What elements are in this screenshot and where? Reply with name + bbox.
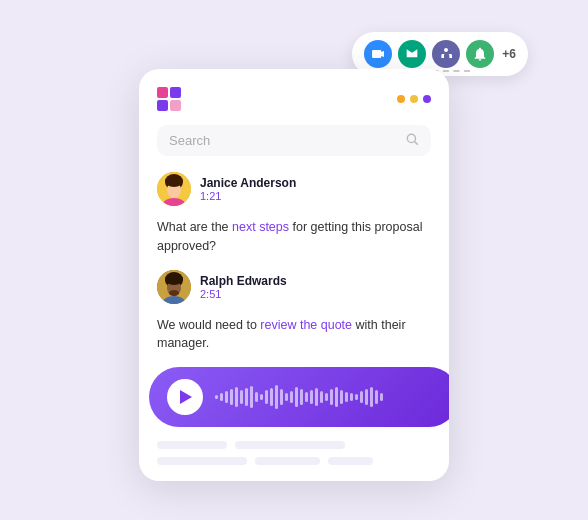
dot-3: [423, 95, 431, 103]
card-inner: Search: [139, 69, 449, 353]
waveform-bar: [315, 388, 318, 406]
waveform-bar: [335, 387, 338, 407]
waveform-bar: [290, 391, 293, 403]
audio-player[interactable]: [149, 367, 449, 427]
waveform-bar: [325, 393, 328, 401]
waveform: [215, 383, 441, 411]
waveform-bar: [275, 385, 278, 409]
waveform-bar: [380, 393, 383, 401]
waveform-bar: [365, 389, 368, 405]
dot-2: [410, 95, 418, 103]
svg-point-11: [169, 290, 179, 296]
waveform-bar: [360, 391, 363, 403]
main-card: Search: [139, 69, 449, 481]
message-2-header: Ralph Edwards 2:51: [157, 270, 431, 304]
svg-point-10: [165, 273, 183, 285]
sender-name-janice: Janice Anderson: [200, 176, 296, 190]
waveform-bar: [250, 386, 253, 408]
waveform-bar: [300, 389, 303, 405]
waveform-bar: [230, 389, 233, 405]
message-1-link: next steps: [232, 220, 289, 234]
logo-sq3: [157, 100, 168, 111]
waveform-bar: [235, 387, 238, 407]
waveform-bar: [260, 394, 263, 400]
search-icon: [405, 132, 419, 149]
waveform-bar: [310, 390, 313, 404]
sender-time-janice: 1:21: [200, 190, 296, 202]
logo-sq4: [170, 100, 181, 111]
avatar-janice: [157, 172, 191, 206]
bottom-lines: [139, 427, 449, 481]
message-2-link: review the quote: [260, 318, 352, 332]
waveform-bar: [340, 390, 343, 404]
waveform-bar: [215, 395, 218, 399]
waveform-bar: [305, 392, 308, 402]
play-icon: [180, 390, 192, 404]
waveform-bar: [255, 392, 258, 402]
sender-info-janice: Janice Anderson 1:21: [200, 176, 296, 202]
waveform-bar: [355, 394, 358, 400]
waveform-bar: [320, 391, 323, 403]
waveform-bar: [345, 392, 348, 402]
logo-sq1: [157, 87, 168, 98]
sender-time-ralph: 2:51: [200, 288, 287, 300]
placeholder-line-4: [255, 457, 320, 465]
waveform-bar: [265, 390, 268, 404]
play-button[interactable]: [167, 379, 203, 415]
notification-icon[interactable]: [466, 40, 494, 68]
message-2: Ralph Edwards 2:51: [157, 270, 431, 304]
placeholder-line-5: [328, 457, 373, 465]
plus-count: +6: [502, 47, 516, 61]
message-1-header: Janice Anderson 1:21: [157, 172, 431, 206]
search-bar[interactable]: Search: [157, 125, 431, 156]
waveform-bar: [245, 388, 248, 406]
waveform-bar: [285, 393, 288, 401]
waveform-bar: [295, 387, 298, 407]
waveform-bar: [330, 389, 333, 405]
message-1-text: What are the next steps for getting this…: [157, 218, 431, 256]
waveform-bar: [350, 393, 353, 401]
svg-point-0: [407, 134, 415, 142]
app-logo: [157, 87, 181, 111]
sender-name-ralph: Ralph Edwards: [200, 274, 287, 288]
line-row-2: [157, 457, 431, 465]
google-meet-icon[interactable]: [398, 40, 426, 68]
waveform-bar: [270, 388, 273, 406]
waveform-bar: [280, 389, 283, 405]
logo-sq2: [170, 87, 181, 98]
card-header: [157, 87, 431, 111]
zoom-icon[interactable]: [364, 40, 392, 68]
message-2-text: We would need to review the quote with t…: [157, 316, 431, 354]
waveform-bar: [225, 391, 228, 403]
header-dots: [397, 95, 431, 103]
sender-info-ralph: Ralph Edwards 2:51: [200, 274, 287, 300]
placeholder-line-2: [235, 441, 345, 449]
placeholder-line-3: [157, 457, 247, 465]
dot-1: [397, 95, 405, 103]
waveform-bar: [220, 393, 223, 401]
waveform-bar: [370, 387, 373, 407]
placeholder-line-1: [157, 441, 227, 449]
message-1: Janice Anderson 1:21: [157, 172, 431, 206]
svg-point-5: [165, 175, 183, 187]
search-placeholder: Search: [169, 133, 397, 148]
waveform-bar: [375, 390, 378, 404]
svg-line-1: [415, 142, 418, 145]
avatar-ralph: [157, 270, 191, 304]
line-row-1: [157, 441, 431, 449]
waveform-bar: [240, 390, 243, 404]
teams-icon[interactable]: [432, 40, 460, 68]
